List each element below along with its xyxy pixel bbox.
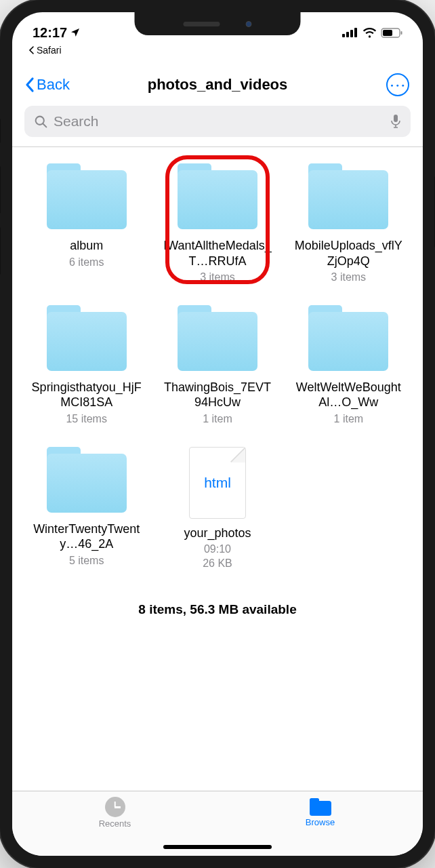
svg-rect-1 xyxy=(346,32,349,37)
storage-summary: 8 items, 56.3 MB available xyxy=(24,598,411,625)
tab-label: Browse xyxy=(306,817,335,827)
nav-bar: Back photos_and_videos ● ● ● xyxy=(12,65,423,102)
item-meta: 5 items xyxy=(69,554,104,568)
folder-icon xyxy=(173,163,262,231)
item-meta: 1 item xyxy=(203,412,232,427)
item-name: WeltWeltWeBoughtAl…O_Ww xyxy=(291,380,406,410)
item-meta: 3 items xyxy=(200,271,235,285)
search-field[interactable] xyxy=(24,106,411,137)
item-meta: 6 items xyxy=(69,256,104,270)
more-button[interactable]: ● ● ● xyxy=(386,73,409,96)
search-icon xyxy=(34,115,48,129)
folder-icon xyxy=(43,163,131,231)
microphone-icon[interactable] xyxy=(390,114,401,129)
mute-switch xyxy=(0,119,1,143)
folder-icon xyxy=(43,305,131,373)
volume-up-button xyxy=(0,166,1,214)
svg-rect-5 xyxy=(383,30,392,36)
svg-rect-9 xyxy=(394,115,398,122)
tab-label: Recents xyxy=(99,818,131,829)
chevron-left-icon xyxy=(24,77,35,93)
item-name: WinterTwentyTwenty…46_2A xyxy=(29,521,144,552)
folder-item[interactable]: WeltWeltWeBoughtAl…O_Ww1 item xyxy=(287,305,411,427)
home-indicator[interactable] xyxy=(163,845,272,849)
item-meta: 15 items xyxy=(66,412,106,427)
breadcrumb-label: Safari xyxy=(37,45,62,56)
cellular-icon xyxy=(342,28,358,37)
item-meta: 1 item xyxy=(334,412,364,427)
ellipsis-icon: ● ● ● xyxy=(390,83,405,87)
file-badge: html xyxy=(204,475,231,491)
folder-icon xyxy=(304,305,392,373)
folder-item[interactable]: IWantAlltheMedals_T…RRUfA3 items xyxy=(155,163,279,285)
notch xyxy=(135,12,301,35)
battery-icon xyxy=(381,28,402,38)
folder-item[interactable]: album6 items xyxy=(24,163,148,285)
item-name: MobileUploads_vflYZjOp4Q xyxy=(291,238,406,269)
item-name: ThawingBois_7EVT94HcUw xyxy=(160,380,275,410)
back-button[interactable]: Back xyxy=(24,76,70,94)
item-name: your_photos xyxy=(182,526,252,541)
folder-icon xyxy=(173,305,262,373)
page-title: photos_and_videos xyxy=(148,76,288,94)
location-icon xyxy=(70,27,81,38)
folder-item[interactable]: WinterTwentyTwenty…46_2A5 items xyxy=(24,447,148,571)
folder-icon xyxy=(304,163,392,231)
item-name: album xyxy=(68,238,104,254)
volume-down-button xyxy=(0,227,1,275)
screen: 12:17 Safari xyxy=(12,12,423,856)
folder-item[interactable]: Springisthatyou_HjFMCI81SA15 items xyxy=(24,305,148,427)
folder-item[interactable]: MobileUploads_vflYZjOp4Q3 items xyxy=(287,163,411,285)
search-input[interactable] xyxy=(54,113,385,130)
files-grid: album6 itemsIWantAlltheMedals_T…RRUfA3 i… xyxy=(24,163,411,571)
svg-rect-6 xyxy=(401,31,402,35)
item-meta: 3 items xyxy=(331,271,367,285)
chevron-left-icon xyxy=(28,46,35,54)
device-frame: 12:17 Safari xyxy=(0,0,435,868)
folder-icon xyxy=(309,798,332,816)
svg-rect-0 xyxy=(342,34,345,37)
svg-rect-2 xyxy=(350,30,353,37)
svg-line-8 xyxy=(43,123,46,127)
wifi-icon xyxy=(362,28,377,38)
search-container xyxy=(12,102,423,147)
file-item[interactable]: htmlyour_photos09:1026 KB xyxy=(155,447,279,571)
svg-rect-3 xyxy=(354,28,357,37)
folder-item[interactable]: ThawingBois_7EVT94HcUw1 item xyxy=(155,305,279,427)
breadcrumb[interactable]: Safari xyxy=(28,45,62,56)
files-grid-scroll[interactable]: album6 itemsIWantAlltheMedals_T…RRUfA3 i… xyxy=(12,147,423,791)
item-name: IWantAlltheMedals_T…RRUfA xyxy=(160,238,275,269)
item-meta: 09:1026 KB xyxy=(203,542,232,571)
status-time: 12:17 xyxy=(33,25,67,41)
item-name: Springisthatyou_HjFMCI81SA xyxy=(29,380,144,410)
clock-icon xyxy=(105,797,125,817)
speaker-grille xyxy=(184,22,220,26)
file-icon: html xyxy=(189,447,246,519)
back-label: Back xyxy=(37,76,70,94)
content-area: Back photos_and_videos ● ● ● xyxy=(12,65,423,856)
front-camera xyxy=(246,21,252,27)
folder-icon xyxy=(43,447,131,515)
